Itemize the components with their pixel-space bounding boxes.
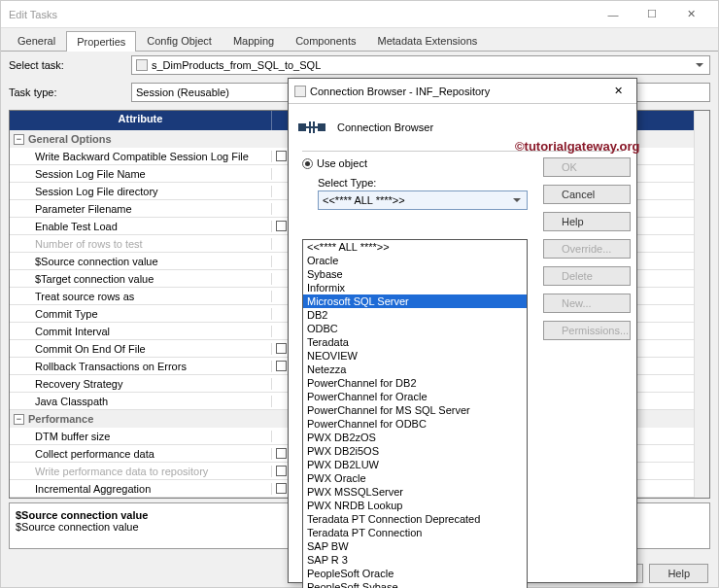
- help-button[interactable]: Help: [649, 564, 708, 583]
- maximize-button[interactable]: ☐: [633, 1, 671, 28]
- col-attribute: Attribute: [10, 111, 272, 130]
- attr-label: Write Backward Compatible Session Log Fi…: [10, 151, 272, 162]
- session-icon: [136, 59, 148, 71]
- dropdown-option[interactable]: PowerChannel for ODBC: [303, 417, 527, 431]
- dropdown-option[interactable]: Microsoft SQL Server: [303, 294, 527, 308]
- dropdown-option[interactable]: PowerChannel for DB2: [303, 376, 527, 390]
- attr-label: Incremental Aggregation: [10, 483, 272, 495]
- dlg-override-button[interactable]: Override...: [543, 239, 631, 259]
- dlg-delete-button[interactable]: Delete: [543, 266, 631, 286]
- task-type-value: Session (Reusable): [136, 86, 229, 98]
- checkbox-icon[interactable]: [276, 151, 287, 161]
- dropdown-option[interactable]: PeopleSoft Sybase: [303, 580, 527, 588]
- dropdown-option[interactable]: ODBC: [303, 322, 527, 335]
- use-object-label: Use object: [317, 157, 367, 169]
- attr-label: $Source connection value: [10, 256, 272, 267]
- attr-label: Write performance data to repository: [10, 466, 272, 477]
- dlg-help-button[interactable]: Help: [543, 212, 631, 231]
- svg-rect-0: [298, 123, 306, 131]
- tab-metadata-extensions[interactable]: Metadata Extensions: [367, 30, 489, 51]
- attr-label: Rollback Transactions on Errors: [10, 361, 272, 372]
- dropdown-option[interactable]: <<**** ALL ****>>: [303, 240, 527, 254]
- dropdown-option[interactable]: PWX DB2zOS: [303, 431, 527, 444]
- dialog-titlebar: Connection Browser - INF_Repository ✕: [289, 79, 636, 104]
- dropdown-option[interactable]: NEOVIEW: [303, 349, 527, 363]
- dropdown-option[interactable]: PWX NRDB Lookup: [303, 499, 527, 512]
- attr-label: Recovery Strategy: [10, 378, 272, 390]
- dropdown-option[interactable]: PWX MSSQLServer: [303, 485, 527, 499]
- dropdown-option[interactable]: PeopleSoft Oracle: [303, 567, 527, 580]
- attr-label: Number of rows to test: [10, 238, 272, 250]
- dropdown-option[interactable]: SAP R 3: [303, 553, 527, 567]
- task-type-label: Task type:: [9, 86, 125, 98]
- select-type-combo[interactable]: <<**** ALL ****>>: [318, 190, 528, 210]
- select-type-label: Select Type:: [318, 177, 528, 189]
- select-task-combo[interactable]: s_DimProducts_from_SQL_to_SQL: [131, 55, 710, 75]
- dropdown-option[interactable]: Sybase: [303, 267, 527, 281]
- titlebar: Edit Tasks — ☐ ✕: [1, 1, 718, 28]
- tab-mapping[interactable]: Mapping: [223, 30, 285, 51]
- attr-label: $Target connection value: [10, 273, 272, 285]
- attr-label: Enable Test Load: [10, 221, 272, 232]
- dropdown-option[interactable]: Informix: [303, 281, 527, 294]
- dropdown-option[interactable]: PowerChannel for Oracle: [303, 390, 527, 403]
- select-task-value: s_DimProducts_from_SQL_to_SQL: [152, 59, 321, 71]
- window-title: Edit Tasks: [9, 9, 594, 20]
- dropdown-option[interactable]: PWX DB2LUW: [303, 458, 527, 471]
- type-dropdown-list[interactable]: <<**** ALL ****>>OracleSybaseInformixMic…: [302, 239, 528, 588]
- collapse-icon[interactable]: −: [14, 134, 24, 145]
- dropdown-option[interactable]: SAP BW: [303, 539, 527, 553]
- connection-browser-dialog: Connection Browser - INF_Repository ✕ Co…: [288, 78, 637, 583]
- dropdown-option[interactable]: Teradata PT Connection: [303, 526, 527, 539]
- dropdown-option[interactable]: PWX Oracle: [303, 471, 527, 485]
- select-type-value: <<**** ALL ****>>: [323, 194, 405, 206]
- dropdown-option[interactable]: Netezza: [303, 363, 527, 376]
- svg-rect-1: [318, 123, 325, 131]
- checkbox-icon[interactable]: [276, 483, 287, 494]
- select-task-row: Select task: s_DimProducts_from_SQL_to_S…: [1, 52, 718, 79]
- grid-scrollbar[interactable]: [694, 111, 709, 498]
- tab-config-object[interactable]: Config Object: [136, 30, 223, 51]
- dropdown-option[interactable]: Oracle: [303, 254, 527, 267]
- dlg-cancel-button[interactable]: Cancel: [543, 185, 631, 204]
- dialog-icon: [294, 86, 306, 97]
- checkbox-icon[interactable]: [276, 361, 287, 371]
- tab-components[interactable]: Components: [285, 30, 366, 51]
- dialog-title: Connection Browser - INF_Repository: [310, 86, 605, 97]
- dropdown-option[interactable]: PowerChannel for MS SQL Server: [303, 403, 527, 417]
- dialog-button-column: OK Cancel Help Override... Delete New...…: [543, 157, 631, 340]
- attr-label: Parameter Filename: [10, 203, 272, 215]
- watermark: ©tutorialgateway.org: [515, 139, 640, 154]
- checkbox-icon[interactable]: [276, 448, 287, 459]
- attr-label: Java Classpath: [10, 396, 272, 407]
- dropdown-option[interactable]: Teradata PT Connection Deprecated: [303, 512, 527, 526]
- dlg-permissions-button[interactable]: Permissions...: [543, 321, 631, 340]
- attr-label: Session Log File directory: [10, 186, 272, 197]
- dropdown-option[interactable]: PWX DB2i5OS: [303, 444, 527, 458]
- dlg-new-button[interactable]: New...: [543, 294, 631, 313]
- attr-label: Commit On End Of File: [10, 343, 272, 355]
- dropdown-option[interactable]: DB2: [303, 308, 527, 322]
- attr-label: Commit Type: [10, 308, 272, 320]
- attr-label: Collect performance data: [10, 448, 272, 460]
- dialog-close-button[interactable]: ✕: [605, 82, 631, 101]
- minimize-button[interactable]: —: [594, 1, 633, 28]
- collapse-icon[interactable]: −: [14, 414, 24, 425]
- radio-dot-icon: [302, 158, 313, 169]
- checkbox-icon[interactable]: [276, 221, 287, 231]
- checkbox-icon[interactable]: [276, 466, 287, 476]
- dialog-header-text: Connection Browser: [337, 121, 433, 133]
- connection-icon: [298, 114, 325, 141]
- use-object-radio[interactable]: Use object: [302, 157, 528, 169]
- tab-general[interactable]: General: [7, 30, 66, 51]
- attr-label: Treat source rows as: [10, 291, 272, 302]
- dropdown-option[interactable]: Teradata: [303, 335, 527, 349]
- attr-label: DTM buffer size: [10, 431, 272, 442]
- tab-properties[interactable]: Properties: [66, 31, 136, 52]
- close-button[interactable]: ✕: [671, 1, 710, 28]
- tabstrip: General Properties Config Object Mapping…: [1, 28, 718, 52]
- dlg-ok-button[interactable]: OK: [543, 157, 631, 177]
- dialog-body: Use object Select Type: <<**** ALL ****>…: [289, 152, 636, 346]
- checkbox-icon[interactable]: [276, 343, 287, 354]
- attr-label: Session Log File Name: [10, 168, 272, 180]
